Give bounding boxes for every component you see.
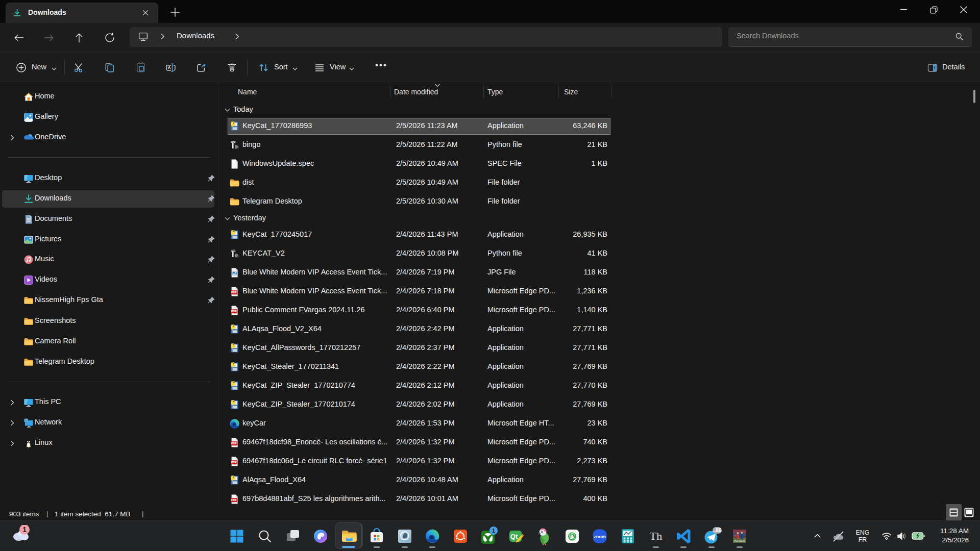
svg-text:1: 1 — [492, 528, 495, 534]
svg-text:PES BEAT: PES BEAT — [734, 540, 745, 542]
svg-text:..86: ..86 — [713, 528, 722, 533]
svg-text:1: 1 — [22, 525, 27, 534]
svg-text:Qt: Qt — [510, 533, 518, 540]
svg-text:zoom: zoom — [594, 534, 606, 539]
svg-text:Th: Th — [650, 530, 662, 542]
